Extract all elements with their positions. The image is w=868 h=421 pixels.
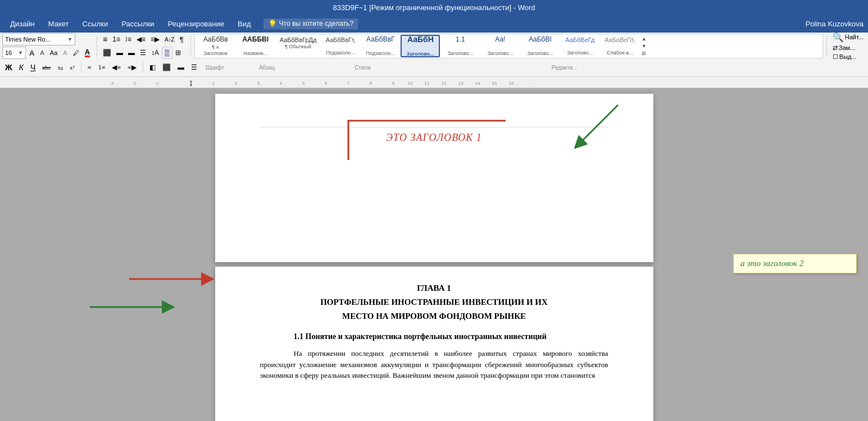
search-command-label: Что вы хотите сделать? [279, 20, 354, 28]
find-label[interactable]: Найт... [845, 34, 864, 40]
menu-maket[interactable]: Макет [43, 17, 75, 30]
style-item-weak[interactable]: АаБоВеГд, Слабое в... [600, 35, 639, 57]
align2-left-btn[interactable]: ◧ [147, 61, 158, 74]
find-row: 🔍 Найт... [833, 32, 864, 43]
shading-btn[interactable]: ▒ [162, 47, 172, 59]
main-area: ЭТО ЗАГОЛОВОК 1 ГЛАВА 1 ПОРТФЕЛЬНЫЕ ИНОС… [0, 88, 868, 421]
indent-increase-btn[interactable]: ≡▶ [148, 33, 162, 45]
svg-text:·3·: ·3· [110, 81, 115, 86]
font-shrink-btn[interactable]: A [38, 47, 46, 59]
bold-btn[interactable]: Ж [2, 61, 15, 74]
ribbon-top-row: Times New Ro... ▼ 16 ▼ A A Аа А 🖊 А ≡ 1 [0, 33, 868, 60]
subscript-btn[interactable]: x₂ [55, 61, 66, 74]
list-number-btn[interactable]: 1≡ [110, 33, 122, 45]
editing-group: 🔍 Найт... ⇄ Зам... ☐ Выд... [830, 31, 866, 62]
menu-rassylki[interactable]: Рассылки [116, 17, 160, 30]
svg-text:3: 3 [257, 81, 260, 86]
style-item-h1[interactable]: АаБбН Заголово... [401, 35, 440, 57]
list-multilevel-btn[interactable]: ⁞≡ [123, 33, 134, 45]
style-item-normal2[interactable]: АаБбВвГрДд ¶ Обычный [276, 35, 321, 57]
format-sep [81, 62, 81, 73]
sort-btn[interactable]: A↕Z [162, 33, 177, 45]
svg-rect-0 [0, 77, 674, 88]
replace-label[interactable]: Зам... [839, 44, 856, 51]
underline-btn[interactable]: Ч [28, 61, 38, 74]
style-item-h4[interactable]: АаБбВI Заголово... [520, 35, 560, 57]
case-btn[interactable]: Аа [48, 47, 60, 59]
style-item-aabb[interactable]: ААББВI Названи... [236, 35, 275, 57]
svg-text:4: 4 [280, 81, 283, 86]
align-left-btn[interactable]: ⬛ [101, 47, 113, 59]
menu-recenzirovanie[interactable]: Рецензирование [162, 17, 230, 30]
font-size-value: 16 [5, 49, 12, 56]
strikethrough-btn[interactable]: abc [39, 61, 53, 74]
svg-text:15: 15 [492, 81, 497, 86]
font-name-selector[interactable]: Times New Ro... ▼ [2, 33, 75, 45]
menu-dizain[interactable]: Дизайн [4, 17, 40, 30]
editing-group-label: Редакти... [552, 65, 578, 71]
styles-group-label: Стили [355, 65, 371, 71]
right-annotation: а это заголовок 2 [733, 254, 857, 273]
svg-text:7: 7 [347, 81, 350, 86]
section-title: 1.1 Понятие и характеристика портфельных… [260, 332, 608, 341]
style-item-title[interactable]: АаБбВвГт, Подзаголо... [321, 35, 360, 57]
title-text: 833D9F~1 [Режим ограниченной функциональ… [333, 3, 535, 12]
italic-btn[interactable]: К [16, 61, 26, 74]
svg-text:·1·: ·1· [155, 81, 160, 86]
search-command[interactable]: 💡 Что вы хотите сделать? [263, 19, 358, 29]
indent-decrease-btn[interactable]: ◀≡ [134, 33, 148, 45]
font-color-btn[interactable]: А [83, 47, 92, 59]
font-group-label: Шрифт [206, 65, 224, 71]
menu-vid[interactable]: Вид [232, 17, 257, 30]
align2-right-btn[interactable]: ▬ [175, 61, 187, 74]
replace-row: ⇄ Зам... [833, 44, 864, 52]
list-bullet-btn[interactable]: ≡ [101, 33, 110, 45]
align-right-btn[interactable]: ▬ [126, 47, 137, 59]
font-grow-btn[interactable]: A [27, 47, 37, 59]
page-top [260, 105, 608, 127]
separator-3 [826, 36, 827, 56]
justify-btn[interactable]: ☰ [138, 47, 148, 59]
font-name-value: Times New Ro... [5, 36, 67, 43]
list2-btn[interactable]: ≡ [85, 61, 94, 74]
menu-ssylki[interactable]: Ссылки [77, 17, 114, 30]
show-marks-btn[interactable]: ¶ [178, 33, 186, 45]
highlight-btn[interactable]: 🖊 [71, 47, 81, 59]
style-item-h3[interactable]: Аа! Заголово... [480, 35, 520, 57]
indent2-dec-btn[interactable]: ◀≡ [109, 61, 124, 74]
align-center-btn[interactable]: ▬ [114, 47, 125, 59]
text-effects-btn[interactable]: А [61, 47, 69, 59]
gallery-expand[interactable]: ⊞ [640, 51, 648, 56]
ruler-svg: ·3· ·2· ·1· ▼ 1 2 3 4 5 6 7 8 9 10 11 12… [0, 77, 674, 88]
style-item-h5[interactable]: АаБбВеГд Заголово... [560, 35, 599, 57]
svg-text:9: 9 [392, 81, 395, 86]
user-name: Polina Kuzovkova [806, 20, 864, 28]
separator-1 [97, 36, 97, 56]
para-group-label: Абзац [259, 65, 275, 71]
justify2-btn[interactable]: ☰ [188, 61, 200, 74]
heading1-text: ЭТО ЗАГОЛОВОК 1 [260, 127, 608, 148]
page-2[interactable]: ГЛАВА 1 ПОРТФЕЛЬНЫЕ ИНОСТРАННЫЕ ИНВЕСТИЦ… [215, 267, 653, 421]
style-item-h2[interactable]: 1.1 Заголово... [440, 35, 480, 57]
font-name-dropdown-icon: ▼ [67, 36, 72, 42]
chapter-title-line1: ГЛАВА 1 [260, 283, 608, 293]
svg-text:1: 1 [212, 81, 215, 86]
page-1: ЭТО ЗАГОЛОВОК 1 [215, 94, 653, 262]
gallery-scroll-up[interactable]: ▲ [640, 36, 648, 42]
svg-text:16: 16 [509, 81, 514, 86]
font-size-selector[interactable]: 16 ▼ [2, 47, 26, 59]
replace-icon: ⇄ [833, 44, 838, 52]
align2-center-btn[interactable]: ⬛ [160, 61, 174, 74]
body-paragraph: На протяжении последних десятилетий в на… [260, 348, 608, 381]
gallery-scroll-down[interactable]: ▼ [640, 43, 648, 49]
heading2-annotation-text: а это заголовок 2 [740, 259, 803, 268]
superscript-btn[interactable]: x² [67, 61, 78, 74]
svg-text:8: 8 [370, 81, 372, 86]
indent2-inc-btn[interactable]: ≡▶ [125, 61, 139, 74]
style-item-subtitle[interactable]: АаБбВвГ Подзаголо... [361, 35, 400, 57]
list2-num-btn[interactable]: 1≡ [96, 61, 108, 74]
document-container: ЭТО ЗАГОЛОВОК 1 ГЛАВА 1 ПОРТФЕЛЬНЫЕ ИНОС… [0, 88, 868, 421]
style-item-normal[interactable]: АаБбВв ¶ A Заголовок [196, 35, 235, 57]
line-spacing-btn[interactable]: ↕A [149, 47, 161, 59]
border-btn[interactable]: ⊞ [173, 47, 183, 59]
